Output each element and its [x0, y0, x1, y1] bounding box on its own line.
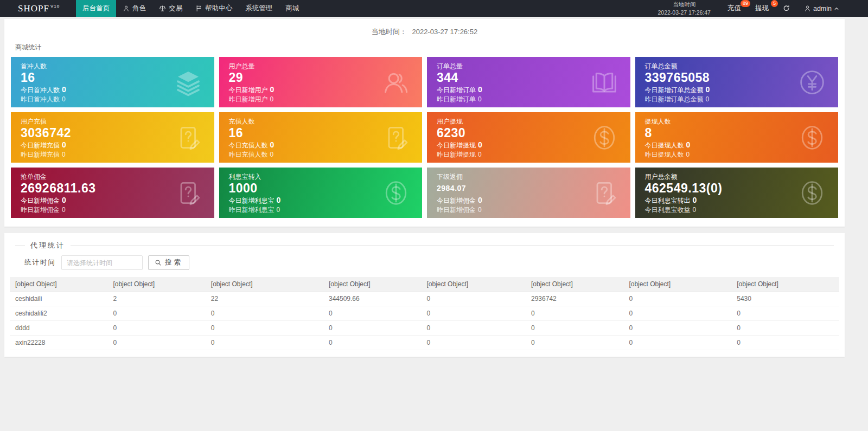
table-cell: 0 [731, 336, 839, 350]
menu-item[interactable]: 帮助中心 [189, 0, 239, 17]
stat-card: 用户提现 6230 今日新增提现0 昨日新增提现0 [427, 112, 630, 163]
card-yesterday-label: 昨日新增用户 [229, 95, 268, 103]
stat-time-input[interactable] [61, 255, 143, 270]
stat-card: 首冲人数 16 今日首冲人数0 昨日首冲人数0 [11, 57, 214, 107]
table-cell: 0 [623, 336, 731, 350]
table-row: axin222280000000 [10, 336, 839, 350]
card-yesterday-label: 今日利息宝收益 [645, 206, 691, 214]
search-button[interactable]: 搜索 [148, 255, 189, 270]
book-icon [590, 68, 618, 97]
table-cell: 0 [623, 292, 731, 306]
agent-table-body: ceshidaili222344509.660293674205430ceshi… [10, 292, 839, 350]
table-header-cell: [object Object] [731, 277, 839, 292]
table-cell: 0 [526, 321, 623, 336]
table-cell: 0 [421, 336, 526, 350]
table-row: dddd0000000 [10, 321, 839, 336]
menu-item[interactable]: 角色 [116, 0, 152, 17]
card-today-label: 今日新增订单总金额 [645, 86, 704, 94]
table-cell: 2936742 [526, 292, 623, 306]
table-header-cell: [object Object] [206, 277, 323, 292]
content-local-time: 当地时间： 2022-03-27 17:26:52 [4, 19, 845, 37]
card-yesterday-label: 昨日新增充值 [21, 151, 60, 158]
menu-item-label: 交易 [169, 4, 182, 13]
table-header-cell: [object Object] [107, 277, 205, 292]
table-cell: ceshidaili [10, 292, 107, 306]
users-icon [382, 68, 410, 97]
logo-text: SHOPF [18, 3, 49, 14]
dollar-icon [382, 179, 410, 207]
user-icon [804, 5, 811, 12]
table-cell: 0 [623, 306, 731, 321]
stat-card: 提现人数 8 今日提现人数0 昨日提现人数0 [635, 112, 839, 163]
recharge-link[interactable]: 充值 89 [720, 0, 748, 17]
table-cell: dddd [10, 321, 107, 336]
refresh-button[interactable] [776, 0, 797, 17]
card-yesterday-label: 昨日新增订单总金额 [645, 95, 704, 103]
card-today-value: 0 [62, 196, 66, 204]
shop-stats-panel: 当地时间： 2022-03-27 17:26:52 商城统计 首冲人数 16 今… [4, 19, 845, 227]
card-today-value: 0 [270, 85, 275, 94]
search-button-label: 搜索 [165, 258, 183, 267]
card-yesterday-value: 0 [693, 206, 697, 214]
table-cell: 0 [107, 321, 205, 336]
card-today-value: 0 [62, 85, 66, 94]
table-cell: 22 [206, 292, 323, 306]
card-today-label: 今日提现人数 [645, 141, 684, 149]
table-header-cell: [object Object] [10, 277, 107, 292]
card-yesterday-label: 昨日新增佣金 [437, 206, 476, 214]
person-icon [123, 5, 130, 12]
card-yesterday-value: 0 [686, 151, 690, 158]
menu-item-label: 后台首页 [82, 4, 110, 13]
card-yesterday-value: 0 [478, 95, 482, 103]
stat-card: 充值人数 16 今日充值人数0 昨日充值人数0 [219, 112, 423, 163]
search-icon [155, 259, 162, 266]
local-time-label: 当地时间 [658, 1, 711, 8]
card-yesterday-value: 0 [478, 151, 482, 158]
table-cell: 0 [526, 336, 623, 350]
navbar-right: 当地时间 2022-03-27 17:26:47 充值 89 提现 5 admi… [648, 0, 846, 17]
agent-fieldset: 代理统计 [15, 245, 834, 255]
flag-icon [195, 5, 202, 12]
top-navbar: SHOPFV10 后台首页 角色 交易 帮助中心 [0, 0, 868, 17]
card-today-label: 今日新增佣金 [437, 197, 476, 204]
yen-icon [798, 68, 826, 97]
table-cell: 0 [421, 306, 526, 321]
stat-time-label: 统计时间 [24, 258, 56, 267]
table-cell: 0 [526, 306, 623, 321]
card-yesterday-label: 昨日充值人数 [229, 151, 268, 158]
table-cell: 0 [206, 321, 323, 336]
card-yesterday-value: 0 [62, 206, 66, 214]
table-header-cell: [object Object] [421, 277, 526, 292]
card-yesterday-value: 0 [62, 95, 66, 103]
card-yesterday-label: 昨日首冲人数 [21, 95, 60, 103]
table-header-cell: [object Object] [623, 277, 731, 292]
card-today-value: 0 [478, 140, 482, 149]
stat-card: 下级返佣 2984.07 今日新增佣金0 昨日新增佣金0 [427, 168, 630, 218]
withdraw-link[interactable]: 提现 5 [748, 0, 776, 17]
menu-item[interactable]: 商城 [279, 0, 305, 17]
card-today-label: 今日新增提现 [437, 141, 476, 149]
card-yesterday-label: 昨日新增订单 [437, 95, 476, 103]
card-today-value: 0 [478, 196, 482, 204]
table-row: ceshidaili222344509.660293674205430 [10, 292, 839, 306]
navbar-local-time: 当地时间 2022-03-27 17:26:47 [648, 1, 720, 16]
table-cell: 0 [206, 336, 323, 350]
card-today-value: 0 [62, 140, 66, 149]
table-cell: 0 [421, 321, 526, 336]
menu-item[interactable]: 后台首页 [76, 0, 116, 17]
table-cell: 0 [731, 306, 839, 321]
table-header-cell: [object Object] [526, 277, 623, 292]
card-yesterday-value: 0 [270, 95, 274, 103]
menu-item[interactable]: 系统管理 [239, 0, 279, 17]
app-logo[interactable]: SHOPFV10 [0, 0, 76, 17]
user-menu[interactable]: admin [797, 0, 846, 17]
logo-version: V10 [50, 4, 60, 9]
menu-item[interactable]: 交易 [152, 0, 189, 17]
table-cell: 0 [323, 336, 421, 350]
docq-icon [590, 179, 618, 207]
local-time-value: 2022-03-27 17:26:47 [658, 9, 711, 16]
card-today-value: 0 [693, 196, 697, 204]
card-yesterday-value: 0 [277, 206, 280, 214]
agent-section-title: 代理统计 [25, 241, 71, 250]
card-today-label: 今日新增订单 [437, 86, 476, 94]
